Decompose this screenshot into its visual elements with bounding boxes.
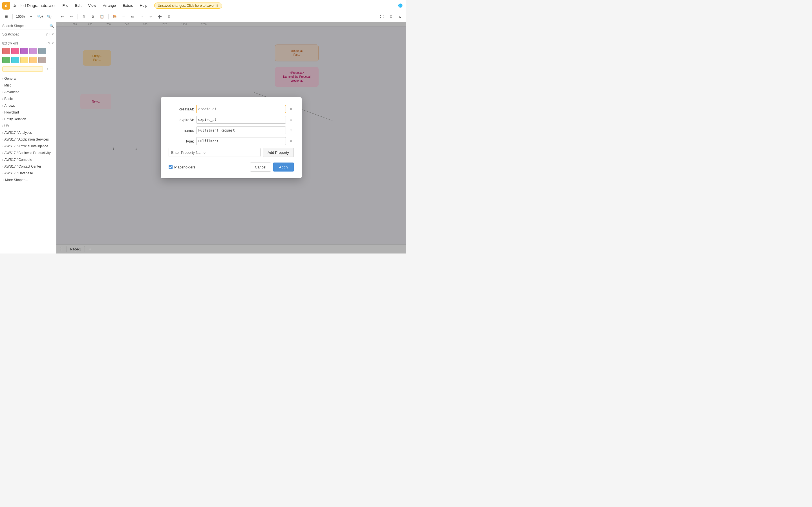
- property-input-createAt[interactable]: [196, 105, 286, 113]
- sidebar-item-advanced[interactable]: ›Advanced: [0, 89, 56, 96]
- scratchpad-help-icon[interactable]: ?: [46, 33, 48, 36]
- scratchpad-add-icon[interactable]: +: [49, 33, 51, 36]
- remove-name-btn[interactable]: ×: [288, 128, 294, 133]
- chevron-icon: ›: [2, 98, 3, 101]
- property-input-name[interactable]: [196, 126, 286, 134]
- app-icon-letter: d: [5, 3, 8, 8]
- waypoint-btn[interactable]: ↩: [147, 13, 155, 20]
- swatch-light-purple: [29, 48, 37, 54]
- collapse-btn[interactable]: ∧: [396, 13, 404, 20]
- fill-color-btn[interactable]: 🎨: [111, 13, 119, 20]
- file-close-icon[interactable]: ×: [52, 41, 54, 45]
- paste-btn[interactable]: 📋: [98, 13, 106, 20]
- sidebar-item-aws17-compute[interactable]: ›AWS17 / Compute: [0, 156, 56, 163]
- connector-btn[interactable]: →: [138, 13, 146, 20]
- menu-help[interactable]: Help: [138, 2, 150, 9]
- sidebar-item-general[interactable]: ›General: [0, 75, 56, 82]
- shape-btn[interactable]: ▭: [129, 13, 137, 20]
- sidebar-item-label: Misc: [4, 83, 11, 87]
- chevron-icon: ›: [2, 124, 3, 128]
- unsaved-badge[interactable]: Unsaved changes. Click here to save. ⬆: [154, 3, 222, 9]
- sidebar-item-aws17-business-productivity[interactable]: ›AWS17 / Business Productivity: [0, 150, 56, 156]
- sidebar-item-aws17-application-services[interactable]: ›AWS17 / Application Services: [0, 136, 56, 143]
- sidebar-item-aws17-contact-center[interactable]: ›AWS17 / Contact Center: [0, 163, 56, 170]
- menu-file[interactable]: File: [60, 2, 70, 9]
- chevron-icon: ›: [2, 111, 3, 114]
- menu-view[interactable]: View: [86, 2, 98, 9]
- sidebar-item-aws17-artificial-intelligence[interactable]: ›AWS17 / Artificial Intelligence: [0, 143, 56, 150]
- property-row-expireAt: expireAt: ×: [168, 116, 294, 124]
- file-header[interactable]: 8xflow.xml + ✎ ×: [0, 40, 56, 47]
- sidebar-item-label: AWS17 / Contact Center: [4, 165, 41, 168]
- swatch-pink: [11, 48, 19, 54]
- scratchpad-label: Scratchpad: [2, 33, 19, 36]
- undo-btn[interactable]: ↩: [58, 13, 66, 20]
- scratchpad-section: Scratchpad ? + ×: [0, 30, 56, 39]
- chevron-icon: ›: [2, 145, 3, 148]
- delete-btn[interactable]: 🗑: [80, 13, 88, 20]
- placeholders-label[interactable]: Placeholders: [168, 165, 195, 169]
- zoom-level: 100%: [15, 15, 26, 18]
- remove-createAt-btn[interactable]: ×: [288, 106, 294, 112]
- new-property-name-input[interactable]: [168, 148, 260, 157]
- shape-palette-row2: [0, 56, 56, 65]
- property-row-name: name: ×: [168, 126, 294, 134]
- sidebar-item-basic[interactable]: ›Basic: [0, 96, 56, 102]
- property-label-expireAt: expireAt:: [168, 118, 194, 122]
- placeholders-text: Placeholders: [174, 165, 195, 169]
- scratchpad-header[interactable]: Scratchpad ? + ×: [0, 31, 56, 38]
- sidebar-more-shapes[interactable]: + More Shapes...: [0, 177, 56, 183]
- scratchpad-close-icon[interactable]: ×: [52, 33, 54, 36]
- zoom-dropdown-btn[interactable]: ▾: [27, 13, 35, 20]
- insert-btn[interactable]: ➕: [156, 13, 164, 20]
- sidebar-item-aws17-database[interactable]: ›AWS17 / Database: [0, 170, 56, 177]
- canvas-area[interactable]: ... 570 660 750 840 930 1020 1110 1200 E…: [56, 22, 406, 253]
- save-icon: ⬆: [216, 4, 218, 8]
- sidebar-item-arrows[interactable]: ›Arrows: [0, 102, 56, 109]
- chevron-icon: ›: [2, 77, 3, 80]
- file-section: 8xflow.xml + ✎ ×: [0, 39, 56, 75]
- sidebar-item-misc[interactable]: ›Misc: [0, 82, 56, 89]
- fullscreen-btn[interactable]: ⛶: [378, 13, 386, 20]
- swatch-purple: [20, 48, 28, 54]
- remove-expireAt-btn[interactable]: ×: [288, 117, 294, 122]
- more-shapes-label: + More Shapes...: [2, 178, 28, 182]
- menu-edit[interactable]: Edit: [73, 2, 84, 9]
- swatch-orange: [29, 57, 37, 63]
- zoom-in-btn[interactable]: 🔍+: [36, 13, 45, 20]
- zoom-out-btn[interactable]: 🔍-: [46, 13, 54, 20]
- sidebar-item-flowchart[interactable]: ›Flowchart: [0, 109, 56, 116]
- menu-extras[interactable]: Extras: [120, 2, 135, 9]
- connector-line: ─: [50, 66, 54, 72]
- main-layout: 🔍 Scratchpad ? + × 8xflow.xml + ✎ ×: [0, 22, 406, 253]
- sidebar-item-aws17-analytics[interactable]: ›AWS17 / Analytics: [0, 129, 56, 136]
- file-add-icon[interactable]: +: [45, 41, 47, 45]
- app-title: Untitled Diagram.drawio: [12, 3, 54, 8]
- swatch-green: [2, 57, 10, 63]
- split-btn[interactable]: ⊡: [387, 13, 395, 20]
- sidebar-item-uml[interactable]: ›UML: [0, 122, 56, 129]
- remove-type-btn[interactable]: ×: [288, 138, 294, 144]
- cancel-button[interactable]: Cancel: [250, 163, 271, 172]
- placeholders-checkbox[interactable]: [168, 165, 172, 169]
- property-input-type[interactable]: [196, 137, 286, 145]
- table-btn[interactable]: ⊞: [165, 13, 173, 20]
- app-icon: d: [2, 2, 10, 10]
- sidebar-categories: ›General›Misc›Advanced›Basic›Arrows›Flow…: [0, 75, 56, 177]
- copy-btn[interactable]: ⧉: [89, 13, 97, 20]
- property-input-expireAt[interactable]: [196, 116, 286, 124]
- sidebar-item-entity-relation[interactable]: ›Entity Relation: [0, 116, 56, 122]
- topbar: d Untitled Diagram.drawio File Edit View…: [0, 0, 406, 11]
- search-shapes-input[interactable]: [2, 24, 49, 28]
- separator-1: [12, 14, 13, 19]
- add-property-button[interactable]: Add Property: [263, 148, 294, 157]
- sidebar-item-label: Entity Relation: [4, 117, 26, 121]
- apply-button[interactable]: Apply: [273, 163, 294, 172]
- line-color-btn[interactable]: ─: [120, 13, 128, 20]
- search-shapes-bar[interactable]: 🔍: [0, 22, 56, 30]
- file-edit-icon[interactable]: ✎: [48, 41, 51, 45]
- menu-arrange[interactable]: Arrange: [101, 2, 118, 9]
- panel-toggle-btn[interactable]: ☰: [2, 13, 10, 20]
- redo-btn[interactable]: ↪: [67, 13, 75, 20]
- sidebar-item-label: AWS17 / Application Services: [4, 137, 49, 142]
